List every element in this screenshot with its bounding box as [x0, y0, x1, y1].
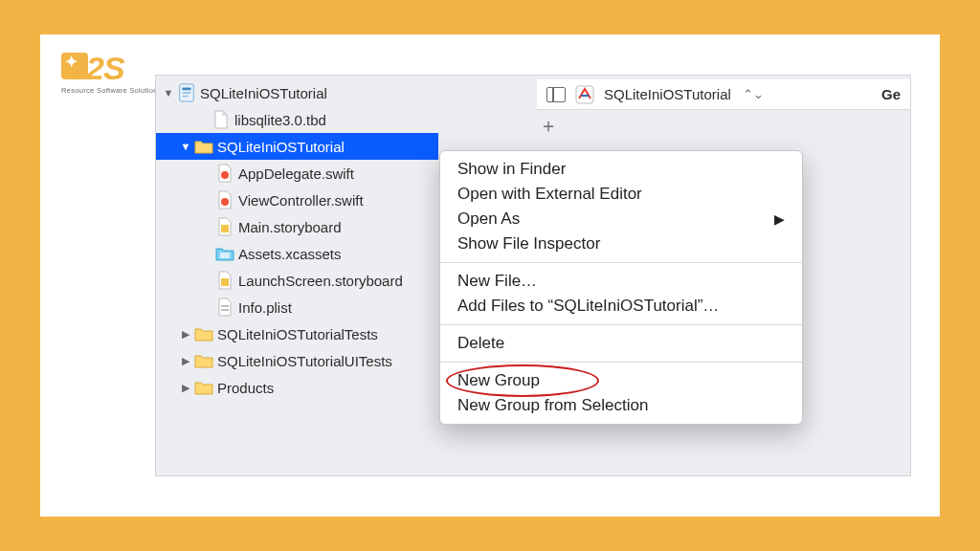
svg-rect-1	[182, 88, 190, 91]
swift-file-icon	[215, 190, 234, 209]
menu-new-group[interactable]: New Group	[440, 368, 802, 393]
context-menu[interactable]: Show in Finder Open with External Editor…	[439, 150, 803, 425]
disclosure-icon[interactable]: ▶	[179, 328, 192, 341]
menu-new-file[interactable]: New File…	[440, 269, 802, 294]
menu-new-group-selection[interactable]: New Group from Selection	[440, 393, 802, 418]
xcode-app-icon	[575, 85, 594, 104]
panel-toggle-icon[interactable]	[546, 87, 566, 102]
nav-label: Products	[217, 380, 274, 396]
jump-bar-path[interactable]: SQLiteIniOSTutorial	[604, 86, 731, 102]
menu-label: Add Files to “SQLiteIniOSTutorial”…	[457, 297, 719, 316]
svg-rect-6	[221, 225, 229, 232]
project-navigator[interactable]: ▼ SQLiteIniOSTutorial libsqlite3.0.tbd ▼	[156, 79, 438, 401]
svg-point-4	[221, 171, 229, 179]
nav-label: SQLiteIniOSTutorial	[217, 139, 345, 155]
folder-icon	[194, 351, 213, 370]
svg-rect-10	[221, 309, 229, 311]
swift-file-icon	[215, 164, 234, 183]
svg-rect-3	[182, 96, 188, 98]
stepper-icon[interactable]: ⌃⌄	[743, 87, 764, 101]
svg-point-5	[221, 198, 229, 206]
logo-tagline: Resource Software Solution	[61, 86, 158, 95]
nav-folder-selected[interactable]: ▼ SQLiteIniOSTutorial	[156, 133, 438, 160]
menu-separator	[440, 362, 802, 363]
outer-frame: 2S Resource Software Solution ▼ SQLiteIn…	[0, 0, 980, 551]
menu-label: Show File Inspector	[457, 234, 600, 253]
disclosure-icon[interactable]: ▼	[162, 87, 175, 99]
nav-label: ViewController.swift	[238, 192, 364, 209]
logo: 2S Resource Software Solution	[61, 52, 158, 95]
nav-label: libsqlite3.0.tbd	[234, 112, 326, 128]
disclosure-icon[interactable]: ▶	[179, 355, 192, 367]
menu-open-external[interactable]: Open with External Editor	[440, 182, 802, 207]
nav-label: Assets.xcassets	[238, 246, 342, 262]
menu-show-in-finder[interactable]: Show in Finder	[440, 157, 802, 182]
nav-folder-tests[interactable]: ▶ SQLiteIniOSTutorialTests	[156, 320, 438, 347]
menu-show-inspector[interactable]: Show File Inspector	[440, 231, 802, 256]
xcode-window: ▼ SQLiteIniOSTutorial libsqlite3.0.tbd ▼	[155, 75, 911, 476]
logo-letters: 2S	[86, 50, 124, 86]
nav-file-appdelegate[interactable]: AppDelegate.swift	[156, 160, 438, 187]
menu-separator	[440, 324, 802, 325]
nav-folder-products[interactable]: ▶ Products	[156, 374, 438, 401]
svg-rect-9	[221, 305, 229, 307]
nav-file-viewcontroller[interactable]: ViewController.swift	[156, 187, 438, 213]
menu-label: New Group from Selection	[457, 396, 648, 415]
submenu-arrow-icon: ▶	[774, 211, 785, 227]
nav-label: Main.storyboard	[238, 219, 342, 235]
menu-label: Open As	[457, 209, 520, 229]
logo-text: 2S	[61, 52, 124, 84]
nav-file-launchscreen[interactable]: LaunchScreen.storyboard	[156, 267, 438, 294]
logo-icon	[61, 53, 88, 79]
nav-label: SQLiteIniOSTutorialUITests	[217, 353, 392, 369]
menu-label: Open with External Editor	[457, 185, 642, 204]
nav-file-mainstoryboard[interactable]: Main.storyboard	[156, 213, 438, 240]
disclosure-icon[interactable]: ▼	[179, 141, 192, 152]
card: 2S Resource Software Solution ▼ SQLiteIn…	[40, 34, 940, 517]
menu-add-files[interactable]: Add Files to “SQLiteIniOSTutorial”…	[440, 294, 802, 319]
nav-label: SQLiteIniOSTutorial	[200, 85, 327, 101]
menu-delete[interactable]: Delete	[440, 331, 802, 356]
nav-file-assets[interactable]: Assets.xcassets	[156, 240, 438, 267]
menu-separator	[440, 262, 802, 263]
nav-label: Info.plist	[238, 299, 292, 316]
folder-icon	[194, 324, 213, 343]
nav-label: AppDelegate.swift	[238, 165, 354, 182]
jump-bar-tail: Ge	[881, 86, 901, 102]
svg-rect-7	[220, 253, 230, 258]
nav-label: LaunchScreen.storyboard	[238, 273, 403, 289]
menu-label: New File…	[457, 272, 537, 291]
menu-label: New Group	[457, 371, 540, 390]
add-tab-icon[interactable]: ＋	[537, 114, 560, 137]
nav-file-infoplist[interactable]: Info.plist	[156, 294, 438, 320]
svg-rect-8	[221, 278, 229, 286]
plist-file-icon	[215, 298, 234, 317]
nav-folder-uitests[interactable]: ▶ SQLiteIniOSTutorialUITests	[156, 347, 438, 374]
document-icon	[212, 110, 231, 129]
nav-project-root[interactable]: ▼ SQLiteIniOSTutorial	[156, 79, 438, 106]
disclosure-icon[interactable]: ▶	[179, 382, 192, 394]
nav-label: SQLiteIniOSTutorialTests	[217, 326, 378, 342]
xcode-project-icon	[177, 83, 196, 102]
svg-rect-2	[182, 92, 190, 94]
assets-folder-icon	[215, 244, 234, 263]
folder-icon	[194, 137, 213, 156]
menu-label: Delete	[457, 334, 504, 353]
nav-file-lib[interactable]: libsqlite3.0.tbd	[156, 106, 438, 133]
folder-icon	[194, 378, 213, 397]
storyboard-file-icon	[215, 217, 234, 236]
menu-label: Show in Finder	[457, 160, 566, 179]
editor-jump-bar[interactable]: SQLiteIniOSTutorial ⌃⌄ Ge	[537, 79, 910, 110]
menu-open-as[interactable]: Open As▶	[440, 207, 802, 231]
storyboard-file-icon	[215, 271, 234, 290]
